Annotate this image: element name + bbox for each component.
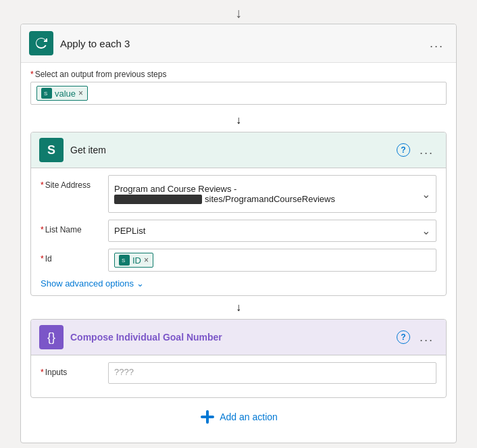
list-name-dropdown[interactable]: PEPList ⌄ (108, 220, 436, 242)
redacted-block (114, 195, 202, 204)
site-address-input: Program and Course Reviews - sites/Progr… (108, 175, 436, 213)
apply-to-each-title: Apply to each 3 (60, 38, 426, 49)
inputs-label: *Inputs (41, 362, 108, 377)
show-advanced-chevron-icon: ⌄ (136, 278, 144, 289)
inner-down-arrow-icon-2: ↓ (236, 301, 241, 314)
show-advanced-label: Show advanced options (41, 278, 134, 289)
tag-sharepoint-icon: S (41, 88, 52, 99)
compose-header: {} Compose Individual Goal Number ? ... (31, 320, 446, 355)
inner-connector-arrow-2: ↓ (21, 296, 456, 319)
compose-icon: {} (39, 325, 64, 349)
add-action-icon (199, 409, 216, 425)
id-tag-input[interactable]: S ID × (108, 249, 436, 272)
site-address-suffix: sites/ProgramandCourseReviews (205, 194, 335, 204)
compose-card: {} Compose Individual Goal Number ? ... … (30, 319, 447, 398)
site-address-text: Program and Course Reviews - sites/Progr… (114, 184, 422, 204)
inputs-input: ???? (108, 362, 436, 384)
id-tag: S ID × (114, 253, 153, 268)
id-row: *Id S ID × (41, 249, 436, 272)
page-wrapper: ↓ Apply to each 3 ... *Select an output … (0, 0, 477, 448)
site-address-label: *Site Address (41, 175, 108, 190)
site-address-line1: Program and Course Reviews - (114, 184, 422, 194)
list-name-chevron-icon: ⌄ (422, 224, 430, 237)
site-address-chevron-icon: ⌄ (422, 188, 430, 201)
get-item-body: *Site Address Program and Course Reviews… (31, 168, 446, 295)
inner-down-arrow-icon: ↓ (236, 114, 241, 126)
get-item-help-button[interactable]: ? (397, 143, 410, 157)
inputs-field[interactable]: ???? (108, 362, 436, 384)
compose-actions: ? ... (397, 329, 438, 346)
id-tag-label: ID (132, 255, 141, 266)
add-action-row: Add an action (21, 398, 456, 432)
select-output-label: *Select an output from previous steps (30, 70, 447, 79)
get-item-title: Get item (70, 145, 397, 155)
inputs-row: *Inputs ???? (41, 362, 436, 384)
compose-menu-button[interactable]: ... (416, 329, 438, 346)
add-action-button[interactable]: Add an action (199, 409, 278, 425)
inner-connector-arrow-1: ↓ (21, 109, 456, 132)
get-item-menu-button[interactable]: ... (416, 142, 438, 159)
tag-remove-button[interactable]: × (78, 89, 83, 98)
tag-value-label: value (55, 89, 76, 99)
add-action-svg-icon (199, 409, 216, 425)
svg-text:S: S (122, 257, 125, 264)
apply-to-each-header: Apply to each 3 ... (21, 24, 456, 63)
id-tag-sharepoint-icon: S (119, 255, 130, 266)
site-address-dropdown[interactable]: Program and Course Reviews - sites/Progr… (108, 175, 436, 213)
list-name-value: PEPList (114, 226, 145, 236)
compose-help-button[interactable]: ? (397, 330, 410, 344)
site-address-row: *Site Address Program and Course Reviews… (41, 175, 436, 213)
svg-text:S: S (44, 91, 47, 97)
get-item-actions: ? ... (397, 142, 438, 159)
loop-icon (34, 36, 48, 50)
apply-to-each-container: Apply to each 3 ... *Select an output fr… (20, 24, 457, 443)
get-item-header: S Get item ? ... (31, 132, 446, 168)
list-name-row: *List Name PEPList ⌄ (41, 220, 436, 242)
get-item-card: S Get item ? ... *Site Address P (30, 132, 447, 296)
show-advanced-options-button[interactable]: Show advanced options ⌄ (41, 278, 144, 289)
svg-rect-3 (206, 410, 209, 424)
apply-to-each-menu-button[interactable]: ... (426, 35, 448, 52)
id-label: *Id (41, 249, 108, 264)
site-address-line2: sites/ProgramandCourseReviews (114, 194, 422, 204)
id-input: S ID × (108, 249, 436, 272)
get-item-sharepoint-icon: S (39, 138, 64, 162)
select-output-section: *Select an output from previous steps S … (21, 63, 456, 109)
select-output-input[interactable]: S value × (30, 82, 447, 105)
compose-title: Compose Individual Goal Number (70, 332, 397, 343)
value-tag: S value × (36, 86, 88, 101)
compose-body: *Inputs ???? (31, 355, 446, 397)
down-arrow-icon: ↓ (235, 5, 242, 21)
id-tag-remove-button[interactable]: × (144, 255, 149, 265)
top-connector-arrow: ↓ (0, 0, 477, 24)
apply-icon (29, 31, 53, 55)
list-name-label: *List Name (41, 220, 108, 234)
add-action-label: Add an action (220, 412, 278, 422)
list-name-input: PEPList ⌄ (108, 220, 436, 242)
